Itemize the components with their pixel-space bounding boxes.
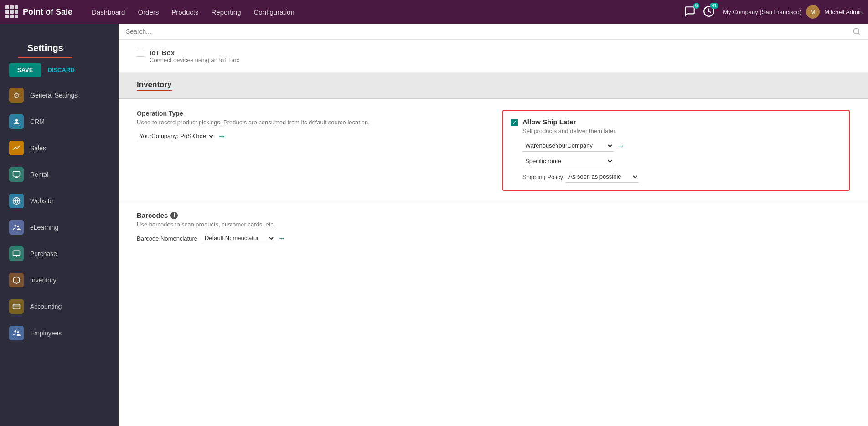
sidebar-item-purchase[interactable]: Purchase [0,241,119,267]
sidebar-item-employees-label: Employees [30,329,62,337]
nav-right: 6 41 My Company (San Francisco) M Mitche… [684,5,863,19]
warehouse-field: WarehouseYourCompany → [522,140,842,152]
company-name: My Company (San Francisco) [723,9,801,15]
route-field: Specific route [522,155,842,167]
nomenclature-row: Barcode Nomenclature Default Nomenclatur… [137,232,850,244]
operation-type-label: Operation Type [137,110,484,117]
warehouse-row: WarehouseYourCompany → [522,140,842,152]
app-grid-icon[interactable] [5,5,18,18]
shipping-policy-row: Shipping Policy As soon as possible [522,171,842,183]
main-layout: Settings SAVE DISCARD ⚙ General Settings… [0,24,868,426]
rental-icon [9,167,24,182]
nomenclature-select[interactable]: Default Nomenclatur [202,232,275,244]
sidebar-item-crm[interactable]: CRM [0,108,119,135]
svg-rect-9 [13,251,20,256]
operation-type-row: YourCompany: PoS Orde → [137,130,484,142]
shipping-policy-label: Shipping Policy [522,174,563,180]
svg-rect-2 [13,171,20,176]
iot-content: IoT Box Connect devices using an IoT Box [150,49,239,63]
user-avatar[interactable]: M [806,5,820,19]
sidebar-item-purchase-label: Purchase [30,250,57,257]
discard-button[interactable]: DISCARD [46,63,76,77]
inventory-icon [9,273,24,287]
sidebar-item-general-label: General Settings [30,92,78,99]
nomenclature-arrow[interactable]: → [278,234,286,243]
iot-description: Connect devices using an IoT Box [150,56,239,63]
svg-point-8 [17,226,19,227]
search-icon [852,27,861,36]
sidebar-item-employees[interactable]: Employees [0,320,119,346]
svg-point-16 [853,28,859,34]
sidebar-item-elearning[interactable]: eLearning [0,214,119,241]
sidebar-item-website-label: Website [30,197,53,205]
route-row: Specific route [522,155,842,167]
inventory-row: Operation Type Used to record product pi… [137,110,850,191]
allow-ship-checkbox[interactable] [511,119,518,126]
activity-count: 41 [710,3,718,9]
nav-reporting[interactable]: Reporting [205,0,247,24]
shipping-policy-field: Shipping Policy As soon as possible [522,171,842,183]
svg-rect-12 [13,304,20,309]
inventory-content: Operation Type Used to record product pi… [119,99,868,202]
nav-configuration[interactable]: Configuration [248,0,301,24]
nav-products[interactable]: Products [165,0,205,24]
operation-type-desc: Used to record product pickings. Product… [137,119,484,126]
messages-badge[interactable]: 6 [684,5,696,19]
app-name: Point of Sale [23,7,72,17]
general-settings-icon: ⚙ [9,88,24,103]
inventory-section-header: Inventory [119,73,868,99]
sidebar-item-crm-label: CRM [30,118,45,125]
user-name: Mitchell Admin [824,9,863,15]
barcodes-info-icon[interactable]: i [170,212,178,219]
nav-dashboard[interactable]: Dashboard [85,0,131,24]
top-navigation: Point of Sale Dashboard Orders Products … [0,0,868,24]
sidebar-item-website[interactable]: Website [0,188,119,214]
operation-type-section: Operation Type Used to record product pi… [137,110,484,142]
activity-badge[interactable]: 41 [703,5,715,19]
iot-checkbox[interactable] [137,50,144,57]
svg-point-1 [15,119,18,122]
svg-point-7 [15,225,17,227]
sidebar-item-general[interactable]: ⚙ General Settings [0,82,119,108]
inventory-title: Inventory [137,80,172,91]
sidebar-item-rental[interactable]: Rental [0,161,119,188]
sidebar-item-accounting[interactable]: Accounting [0,293,119,320]
operation-type-arrow[interactable]: → [217,132,226,141]
route-select[interactable]: Specific route [522,155,614,167]
sidebar: Settings SAVE DISCARD ⚙ General Settings… [0,24,119,426]
sidebar-item-elearning-label: eLearning [30,224,58,231]
nav-orders[interactable]: Orders [131,0,165,24]
iot-section: IoT Box Connect devices using an IoT Box [119,40,868,73]
content-area: IoT Box Connect devices using an IoT Box… [119,24,868,426]
allow-ship-title: Allow Ship Later [522,118,842,126]
sales-icon [9,141,24,155]
iot-title: IoT Box [150,49,239,56]
warehouse-select[interactable]: WarehouseYourCompany [522,140,614,152]
search-input[interactable] [126,28,852,35]
barcodes-section: Barcodes i Use barcodes to scan products… [119,202,868,253]
shipping-policy-select[interactable]: As soon as possible [566,171,639,183]
allow-ship-later-box: Allow Ship Later Sell products and deliv… [502,110,850,191]
allow-ship-later-section: Allow Ship Later Sell products and deliv… [502,110,850,191]
crm-icon [9,114,24,129]
sidebar-item-accounting-label: Accounting [30,303,62,310]
svg-point-14 [15,330,17,333]
search-bar [119,24,868,40]
operation-type-select[interactable]: YourCompany: PoS Orde [137,130,215,142]
warehouse-arrow[interactable]: → [616,141,625,151]
save-button[interactable]: SAVE [9,63,41,77]
barcodes-description: Use barcodes to scan products, customer … [137,221,850,228]
page-title: Settings [18,36,72,58]
svg-line-17 [858,33,859,34]
messages-count: 6 [693,3,700,9]
sidebar-item-sales-label: Sales [30,144,46,152]
allow-ship-row: Allow Ship Later Sell products and deliv… [511,118,842,183]
website-icon [9,194,24,208]
employees-icon [9,326,24,340]
barcodes-title: Barcodes i [137,211,850,219]
svg-point-15 [17,331,19,333]
allow-ship-desc: Sell products and deliver them later. [522,128,842,134]
sidebar-item-inventory[interactable]: Inventory [0,267,119,293]
purchase-icon [9,246,24,261]
sidebar-item-sales[interactable]: Sales [0,135,119,161]
